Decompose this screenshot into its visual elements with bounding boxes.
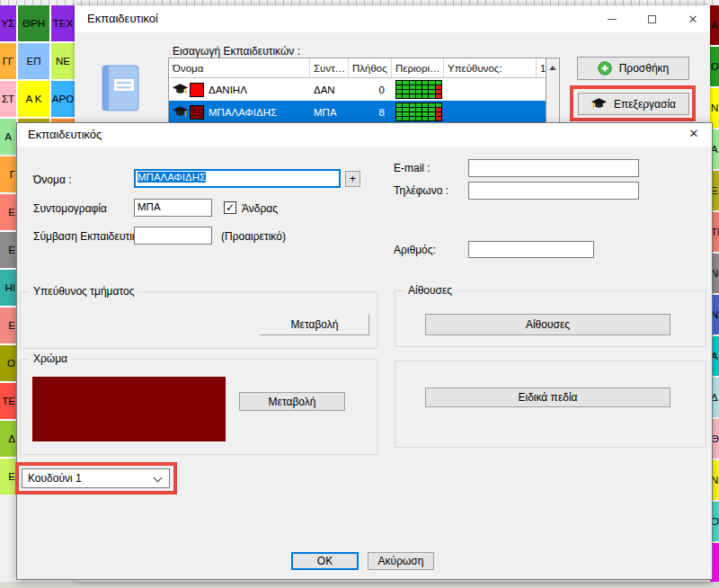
teacher-name: ΔΑΝΙΗΛ — [209, 85, 247, 95]
availability-cell — [422, 103, 428, 107]
teacher-dialog: Εκπαιδευτικός ✕ Όνομα : ΜΠΑΛΑΦΙΔΗΣ + Συν… — [16, 122, 713, 580]
rooms-group-label: Αίθουσες — [404, 284, 456, 297]
availability-grid — [395, 80, 442, 99]
email-input[interactable] — [468, 159, 639, 177]
cancel-button[interactable]: Ακύρωση — [368, 552, 434, 570]
teacher-abbr: ΔΑΝ — [310, 78, 349, 101]
table-row-selected[interactable]: ΜΠΑΛΑΦΙΔΗΣ ΜΠΑ 8 — [169, 101, 559, 123]
availability-cell — [410, 81, 415, 85]
availability-cell — [416, 81, 422, 85]
teacher-color-swatch — [190, 105, 204, 120]
timetable-cell: ΝΕ — [51, 43, 75, 79]
phone-label: Τηλέφωνο : — [394, 184, 448, 197]
maximize-icon[interactable] — [637, 10, 666, 29]
column-header-abbr[interactable]: Συντ… — [310, 58, 349, 77]
timetable-cell: Α — [710, 5, 719, 45]
teacher-name: ΜΠΑΛΑΦΙΔΗΣ — [209, 107, 277, 118]
availability-cell — [396, 103, 402, 107]
edit-button-highlight-annotation — [570, 85, 696, 121]
timetable-cell: Δ — [0, 421, 16, 457]
availability-cell — [396, 85, 402, 89]
add-teacher-label: Προσθήκη — [619, 62, 670, 75]
timetable-cell: ΤΕΧ — [51, 5, 75, 41]
availability-cell — [416, 117, 422, 120]
add-name-plus-button[interactable]: + — [345, 171, 360, 187]
availability-cell — [396, 81, 402, 85]
availability-cell — [396, 90, 402, 94]
availability-cell — [422, 90, 428, 94]
availability-cell — [410, 112, 415, 116]
color-group-label: Χρώμα — [30, 352, 71, 365]
availability-cell — [436, 90, 441, 94]
availability-cell — [436, 117, 441, 120]
special-fields-button[interactable]: Ειδικά πεδία — [425, 388, 670, 407]
availability-cell — [436, 85, 441, 89]
availability-cell — [416, 103, 422, 107]
timetable-row: ΥΣΘΡΗΤΕΧ — [0, 5, 75, 41]
graduation-cap-icon — [173, 84, 188, 95]
availability-cell — [403, 103, 408, 107]
number-input[interactable] — [468, 241, 594, 258]
male-label: Άνδρας — [242, 202, 278, 215]
availability-cell — [410, 103, 415, 107]
timetable-cell: ΣΤ — [0, 81, 16, 117]
ok-button[interactable]: OK — [291, 552, 359, 570]
teacher-count: 8 — [349, 101, 392, 123]
contract-input[interactable] — [134, 227, 212, 245]
column-header-restrictions[interactable]: Περιορι… — [392, 58, 444, 77]
color-change-button[interactable]: Μεταβολή — [239, 392, 345, 411]
contract-label: Σύμβαση Εκπαιδευτικού — [33, 230, 149, 243]
table-row[interactable]: ΔΑΝΙΗΛ ΔΑΝ 0 — [169, 78, 559, 101]
timetable-cell: ΘΡΗ — [18, 5, 49, 41]
availability-cell — [429, 90, 434, 94]
column-header-name[interactable]: Όνομα — [169, 58, 310, 77]
availability-cell — [403, 117, 408, 120]
male-checkbox[interactable]: ✓ — [224, 201, 236, 214]
close-icon[interactable]: ✕ — [685, 127, 703, 140]
availability-cell — [422, 108, 428, 111]
minimize-icon[interactable] — [598, 10, 626, 29]
availability-cell — [429, 81, 434, 85]
timetable-cell: Ε — [0, 194, 16, 230]
add-teacher-button[interactable]: Προσθήκη — [577, 57, 689, 80]
column-header-supervisor[interactable]: Υπεύθυνος: — [444, 58, 537, 77]
teacher-color-swatch — [190, 83, 204, 97]
name-input-selected-text: ΜΠΑΛΑΦΙΔΗΣ — [138, 172, 206, 183]
availability-cell — [403, 108, 408, 111]
availability-cell — [410, 90, 415, 94]
availability-cell — [403, 81, 408, 85]
supervisor-group-label: Υπεύθυνος τμήματος — [30, 285, 138, 298]
name-input[interactable]: ΜΠΑΛΑΦΙΔΗΣ — [134, 169, 341, 188]
availability-cell — [410, 94, 415, 98]
phone-input[interactable] — [468, 182, 639, 200]
dialog-title: Εκπαιδευτικός — [28, 128, 102, 141]
scroll-up-icon[interactable] — [549, 66, 556, 70]
table-scrollbar[interactable] — [546, 58, 559, 127]
availability-cell — [429, 85, 434, 89]
rooms-button[interactable]: Αίθουσες — [425, 314, 670, 335]
availability-cell — [403, 94, 408, 98]
availability-cell — [396, 117, 402, 120]
availability-cell — [436, 108, 441, 111]
column-header-count[interactable]: Πλήθος — [349, 58, 392, 77]
teacher-abbr: ΜΠΑ — [310, 101, 349, 123]
availability-cell — [403, 85, 408, 89]
timetable-cell: ΤΕ — [0, 383, 16, 419]
abbreviation-input[interactable]: ΜΠΑ — [134, 199, 212, 217]
timetable-cell: Α Κ — [18, 81, 49, 117]
availability-cell — [396, 94, 402, 98]
availability-cell — [422, 112, 428, 116]
availability-cell — [416, 112, 422, 116]
availability-cell — [416, 94, 422, 98]
table-header-row: Όνομα Συντ… Πλήθος Περιορι… Υπεύθυνος: 1 — [169, 58, 559, 78]
availability-cell — [396, 112, 402, 116]
availability-cell — [410, 85, 415, 89]
timetable-cell: ΑΡΟ — [51, 81, 75, 117]
teachers-window-titlebar: Εκπαιδευτικοί ✕ — [75, 5, 710, 32]
timetable-cell: Ε — [0, 307, 16, 343]
timetable-cell: Ε — [0, 459, 16, 494]
availability-cell — [422, 85, 428, 89]
supervisor-change-button[interactable]: Μεταβολή — [260, 314, 369, 335]
close-icon[interactable]: ✕ — [679, 10, 707, 29]
timetable-cell: Ο — [710, 47, 719, 86]
